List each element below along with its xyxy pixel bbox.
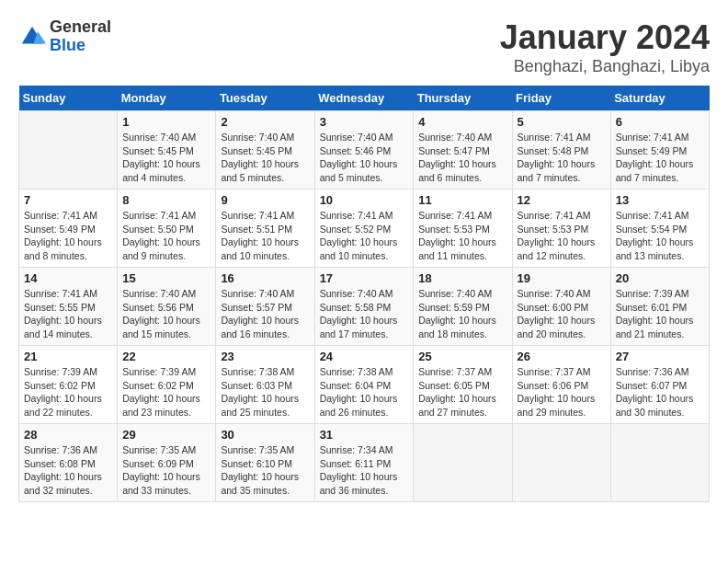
header-cell-sunday: Sunday <box>19 86 118 111</box>
day-info: Sunrise: 7:34 AM Sunset: 6:11 PM Dayligh… <box>320 443 409 498</box>
day-cell: 30Sunrise: 7:35 AM Sunset: 6:10 PM Dayli… <box>216 424 314 502</box>
day-number: 18 <box>418 271 506 285</box>
day-info: Sunrise: 7:40 AM Sunset: 5:56 PM Dayligh… <box>122 287 210 341</box>
header-cell-saturday: Saturday <box>610 86 709 111</box>
week-row-4: 21Sunrise: 7:39 AM Sunset: 6:02 PM Dayli… <box>19 346 710 424</box>
day-info: Sunrise: 7:41 AM Sunset: 5:53 PM Dayligh… <box>418 209 506 263</box>
day-cell: 26Sunrise: 7:37 AM Sunset: 6:06 PM Dayli… <box>512 346 610 424</box>
header-cell-monday: Monday <box>118 86 216 111</box>
logo: General Blue <box>18 18 111 55</box>
day-number: 16 <box>221 271 309 285</box>
day-info: Sunrise: 7:36 AM Sunset: 6:07 PM Dayligh… <box>616 365 704 419</box>
week-row-1: 1Sunrise: 7:40 AM Sunset: 5:45 PM Daylig… <box>19 111 710 190</box>
day-cell: 8Sunrise: 7:41 AM Sunset: 5:50 PM Daylig… <box>118 190 216 268</box>
day-cell: 10Sunrise: 7:41 AM Sunset: 5:52 PM Dayli… <box>314 190 414 268</box>
day-number: 14 <box>24 271 112 285</box>
page-header: General Blue January 2024 Benghazi, Bang… <box>18 18 710 76</box>
week-row-5: 28Sunrise: 7:36 AM Sunset: 6:08 PM Dayli… <box>19 424 710 502</box>
day-number: 10 <box>320 193 409 207</box>
day-info: Sunrise: 7:40 AM Sunset: 5:46 PM Dayligh… <box>320 131 409 185</box>
day-number: 6 <box>616 115 704 129</box>
day-number: 2 <box>221 115 309 129</box>
day-number: 7 <box>24 193 112 207</box>
title-block: January 2024 Benghazi, Banghazi, Libya <box>500 18 710 76</box>
day-info: Sunrise: 7:39 AM Sunset: 6:01 PM Dayligh… <box>616 287 704 341</box>
day-cell: 24Sunrise: 7:38 AM Sunset: 6:04 PM Dayli… <box>314 346 414 424</box>
day-cell: 9Sunrise: 7:41 AM Sunset: 5:51 PM Daylig… <box>216 190 314 268</box>
day-cell <box>610 424 709 502</box>
day-cell: 20Sunrise: 7:39 AM Sunset: 6:01 PM Dayli… <box>610 268 709 346</box>
day-info: Sunrise: 7:38 AM Sunset: 6:03 PM Dayligh… <box>221 365 309 419</box>
header-cell-tuesday: Tuesday <box>216 86 314 111</box>
day-number: 27 <box>616 350 704 363</box>
day-cell: 12Sunrise: 7:41 AM Sunset: 5:53 PM Dayli… <box>512 190 610 268</box>
logo-general-text: General <box>50 18 111 37</box>
calendar-body: 1Sunrise: 7:40 AM Sunset: 5:45 PM Daylig… <box>19 111 710 502</box>
day-cell: 3Sunrise: 7:40 AM Sunset: 5:46 PM Daylig… <box>314 111 414 190</box>
calendar-table: SundayMondayTuesdayWednesdayThursdayFrid… <box>18 86 710 502</box>
header-cell-friday: Friday <box>512 86 610 111</box>
day-number: 28 <box>24 428 112 442</box>
day-info: Sunrise: 7:41 AM Sunset: 5:51 PM Dayligh… <box>221 209 309 263</box>
header-row: SundayMondayTuesdayWednesdayThursdayFrid… <box>19 86 710 111</box>
day-number: 23 <box>221 350 309 363</box>
day-cell: 7Sunrise: 7:41 AM Sunset: 5:49 PM Daylig… <box>19 190 118 268</box>
day-number: 13 <box>616 193 704 207</box>
day-cell: 4Sunrise: 7:40 AM Sunset: 5:47 PM Daylig… <box>414 111 512 190</box>
day-cell <box>414 424 512 502</box>
day-number: 9 <box>221 193 309 207</box>
day-cell: 23Sunrise: 7:38 AM Sunset: 6:03 PM Dayli… <box>216 346 314 424</box>
day-cell: 6Sunrise: 7:41 AM Sunset: 5:49 PM Daylig… <box>610 111 709 190</box>
day-cell: 16Sunrise: 7:40 AM Sunset: 5:57 PM Dayli… <box>216 268 314 346</box>
day-info: Sunrise: 7:36 AM Sunset: 6:08 PM Dayligh… <box>24 443 112 498</box>
day-info: Sunrise: 7:41 AM Sunset: 5:52 PM Dayligh… <box>320 209 409 263</box>
day-number: 29 <box>122 428 210 442</box>
day-cell: 1Sunrise: 7:40 AM Sunset: 5:45 PM Daylig… <box>118 111 216 190</box>
logo-icon <box>18 23 46 51</box>
day-cell: 11Sunrise: 7:41 AM Sunset: 5:53 PM Dayli… <box>414 190 512 268</box>
day-number: 30 <box>221 428 309 442</box>
day-info: Sunrise: 7:40 AM Sunset: 5:45 PM Dayligh… <box>122 131 210 185</box>
day-number: 5 <box>518 115 606 129</box>
day-number: 20 <box>616 271 704 285</box>
day-number: 25 <box>418 350 506 363</box>
day-number: 3 <box>320 115 409 129</box>
day-cell: 21Sunrise: 7:39 AM Sunset: 6:02 PM Dayli… <box>19 346 118 424</box>
day-info: Sunrise: 7:41 AM Sunset: 5:50 PM Dayligh… <box>122 209 210 263</box>
day-info: Sunrise: 7:39 AM Sunset: 6:02 PM Dayligh… <box>24 365 112 419</box>
day-cell: 18Sunrise: 7:40 AM Sunset: 5:59 PM Dayli… <box>414 268 512 346</box>
day-info: Sunrise: 7:40 AM Sunset: 5:47 PM Dayligh… <box>418 131 506 185</box>
day-info: Sunrise: 7:38 AM Sunset: 6:04 PM Dayligh… <box>320 365 409 419</box>
logo-blue-text: Blue <box>50 37 111 55</box>
day-number: 17 <box>320 271 409 285</box>
week-row-3: 14Sunrise: 7:41 AM Sunset: 5:55 PM Dayli… <box>19 268 710 346</box>
day-info: Sunrise: 7:37 AM Sunset: 6:06 PM Dayligh… <box>518 365 606 419</box>
day-number: 15 <box>122 271 210 285</box>
day-cell: 22Sunrise: 7:39 AM Sunset: 6:02 PM Dayli… <box>118 346 216 424</box>
day-number: 19 <box>518 271 606 285</box>
day-info: Sunrise: 7:40 AM Sunset: 5:59 PM Dayligh… <box>418 287 506 341</box>
day-cell: 14Sunrise: 7:41 AM Sunset: 5:55 PM Dayli… <box>19 268 118 346</box>
day-cell: 13Sunrise: 7:41 AM Sunset: 5:54 PM Dayli… <box>610 190 709 268</box>
day-info: Sunrise: 7:40 AM Sunset: 5:57 PM Dayligh… <box>221 287 309 341</box>
day-cell: 25Sunrise: 7:37 AM Sunset: 6:05 PM Dayli… <box>414 346 512 424</box>
day-cell <box>512 424 610 502</box>
day-number: 24 <box>320 350 409 363</box>
day-cell: 2Sunrise: 7:40 AM Sunset: 5:45 PM Daylig… <box>216 111 314 190</box>
calendar-header: SundayMondayTuesdayWednesdayThursdayFrid… <box>19 86 710 111</box>
day-info: Sunrise: 7:40 AM Sunset: 6:00 PM Dayligh… <box>518 287 606 341</box>
day-info: Sunrise: 7:40 AM Sunset: 5:58 PM Dayligh… <box>320 287 409 341</box>
day-number: 4 <box>418 115 506 129</box>
day-cell: 28Sunrise: 7:36 AM Sunset: 6:08 PM Dayli… <box>19 424 118 502</box>
day-number: 31 <box>320 428 409 442</box>
location-title: Benghazi, Banghazi, Libya <box>500 57 710 76</box>
day-info: Sunrise: 7:37 AM Sunset: 6:05 PM Dayligh… <box>418 365 506 419</box>
header-cell-wednesday: Wednesday <box>314 86 414 111</box>
day-info: Sunrise: 7:40 AM Sunset: 5:45 PM Dayligh… <box>221 131 309 185</box>
day-info: Sunrise: 7:35 AM Sunset: 6:09 PM Dayligh… <box>122 443 210 498</box>
day-info: Sunrise: 7:41 AM Sunset: 5:49 PM Dayligh… <box>616 131 704 185</box>
day-number: 26 <box>518 350 606 363</box>
day-number: 1 <box>122 115 210 129</box>
logo-text: General Blue <box>50 18 111 55</box>
day-cell: 19Sunrise: 7:40 AM Sunset: 6:00 PM Dayli… <box>512 268 610 346</box>
